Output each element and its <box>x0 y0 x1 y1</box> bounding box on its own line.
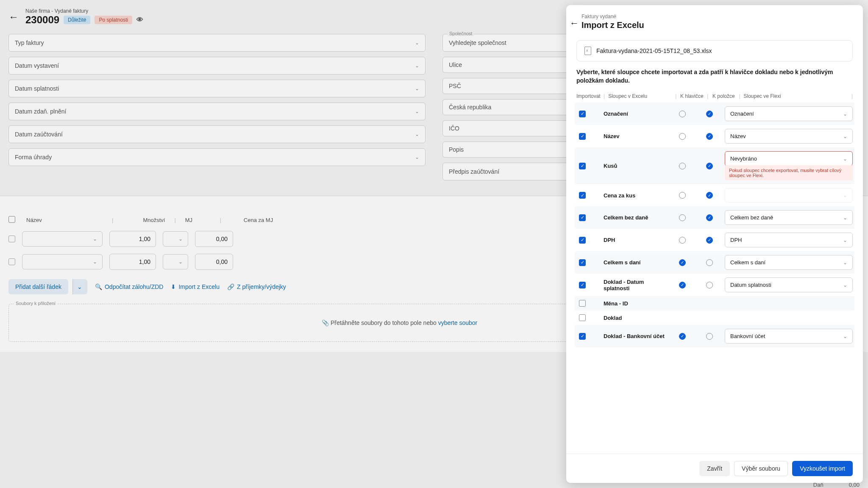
to-item-radio[interactable] <box>706 192 713 199</box>
mapping-row: ✓ Doklad - Datum splatnosti Datum splatn… <box>575 274 854 296</box>
excel-column-name: Název <box>604 133 667 139</box>
import-checkbox[interactable]: ✓ <box>579 163 586 169</box>
to-header-radio[interactable] <box>679 237 686 244</box>
flexi-column-select[interactable]: DPH⌄ <box>725 233 853 247</box>
flexi-column-select[interactable]: Název⌄ <box>725 129 853 144</box>
to-item-radio[interactable] <box>706 237 713 244</box>
to-item-radio[interactable] <box>706 111 713 117</box>
excel-column-name: Cena za kus <box>604 192 667 199</box>
flexi-column-select[interactable]: ⌄ <box>725 188 853 202</box>
flexi-column-select[interactable]: Označení⌄ <box>725 106 853 121</box>
to-header-radio[interactable] <box>679 111 686 117</box>
excel-column-name: Kusů <box>604 163 667 169</box>
col-head-header: K hlavičce <box>680 93 704 99</box>
to-item-radio[interactable] <box>706 259 713 266</box>
file-name: Faktura-vydana-2021-05-15T12_08_53.xlsx <box>596 47 712 54</box>
mapping-row: ✓ Kusů Nevybráno⌄Pokud sloupec chcete ex… <box>575 147 854 184</box>
to-item-radio[interactable] <box>706 214 713 221</box>
to-header-radio[interactable] <box>679 282 686 288</box>
flexi-column-select[interactable]: Nevybráno⌄ <box>725 151 853 166</box>
import-checkbox[interactable] <box>579 314 586 321</box>
import-checkbox[interactable] <box>579 300 586 307</box>
col-item-header: K položce <box>712 93 735 99</box>
to-item-radio[interactable] <box>706 333 713 340</box>
file-icon <box>584 47 591 55</box>
excel-column-name: DPH <box>604 237 667 243</box>
excel-column-name: Celkem bez daně <box>604 214 667 221</box>
import-checkbox[interactable]: ✓ <box>579 111 586 117</box>
file-chip: Faktura-vydana-2021-05-15T12_08_53.xlsx <box>576 40 853 61</box>
to-item-radio[interactable] <box>706 282 713 288</box>
flexi-column-select[interactable]: Datum splatnosti⌄ <box>725 277 853 292</box>
import-checkbox[interactable]: ✓ <box>579 214 586 221</box>
mapping-row: ✓ Doklad - Bankovní účet Bankovní účet⌄ <box>575 325 854 347</box>
panel-back-arrow[interactable]: ← <box>570 18 579 29</box>
to-header-radio[interactable] <box>679 259 686 266</box>
mapping-row: ✓ Označení Označení⌄ <box>575 103 854 125</box>
to-header-radio[interactable] <box>679 192 686 199</box>
import-checkbox[interactable]: ✓ <box>579 237 586 244</box>
try-import-button[interactable]: Vyzkoušet import <box>792 461 853 476</box>
to-header-radio[interactable] <box>679 133 686 140</box>
to-item-radio[interactable] <box>706 133 713 140</box>
import-checkbox[interactable]: ✓ <box>579 333 586 340</box>
mapping-row: ✓ Celkem s daní Celkem s daní⌄ <box>575 251 854 274</box>
panel-instruction: Vyberte, které sloupce chcete importovat… <box>566 68 863 90</box>
to-header-radio[interactable] <box>679 333 686 340</box>
col-excel-header: Sloupec v Excelu <box>608 93 672 99</box>
excel-column-name: Doklad <box>604 315 667 321</box>
import-checkbox[interactable]: ✓ <box>579 133 586 140</box>
mapping-row: ✓ Celkem bez daně Celkem bez daně⌄ <box>575 206 854 229</box>
close-button[interactable]: Zavřít <box>699 461 730 476</box>
panel-title: Import z Excelu <box>581 20 848 30</box>
flexi-column-select[interactable]: Celkem s daní⌄ <box>725 255 853 270</box>
mapping-row: ✓ Název Název⌄ <box>575 125 854 147</box>
excel-column-name: Doklad - Datum splatnosti <box>604 279 667 291</box>
excel-column-name: Označení <box>604 111 667 117</box>
to-header-radio[interactable] <box>679 163 686 169</box>
panel-breadcrumb: Faktury vydané <box>581 14 848 19</box>
excel-column-name: Měna - ID <box>604 300 667 307</box>
choose-file-button[interactable]: Výběr souboru <box>734 461 788 476</box>
import-panel: ← Faktury vydané Import z Excelu Faktura… <box>566 5 863 483</box>
excel-column-name: Doklad - Bankovní účet <box>604 333 667 339</box>
col-flexi-header: Sloupec ve Flexi <box>744 93 848 99</box>
flexi-column-select[interactable]: Bankovní účet⌄ <box>725 329 853 344</box>
to-item-radio[interactable] <box>706 163 713 169</box>
mapping-row: Měna - ID <box>575 296 854 311</box>
import-checkbox[interactable]: ✓ <box>579 282 586 288</box>
mapping-row: ✓ Cena za kus ⌄ <box>575 184 854 206</box>
import-checkbox[interactable]: ✓ <box>579 192 586 199</box>
col-import-header: Importovat <box>576 93 600 99</box>
flexi-column-select[interactable]: Celkem bez daně⌄ <box>725 210 853 225</box>
mapping-row: Doklad <box>575 311 854 325</box>
error-message: Pokud sloupec chcete exportovat, musíte … <box>725 165 853 180</box>
excel-column-name: Celkem s daní <box>604 259 667 266</box>
to-header-radio[interactable] <box>679 214 686 221</box>
import-checkbox[interactable]: ✓ <box>579 259 586 266</box>
mapping-row: ✓ DPH DPH⌄ <box>575 229 854 251</box>
